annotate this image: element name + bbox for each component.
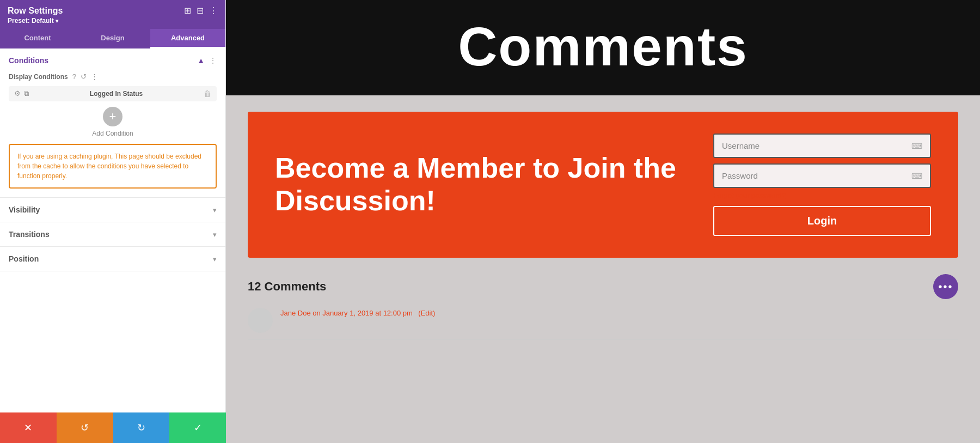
avatar [248, 308, 273, 333]
condition-label: Logged In Status [33, 90, 199, 98]
tab-design[interactable]: Design [75, 29, 150, 48]
transitions-section[interactable]: Transitions ▾ [0, 222, 225, 247]
tab-advanced[interactable]: Advanced [150, 29, 225, 48]
username-field-icon: ⌨ [911, 142, 922, 150]
grid-icon[interactable]: ⊟ [197, 5, 204, 16]
forgot-password-link[interactable]: Forgot your password? [713, 191, 931, 199]
redo-button[interactable]: ↻ [113, 412, 170, 443]
login-button[interactable]: Login [713, 206, 931, 236]
add-condition-button[interactable]: + [103, 107, 122, 126]
redo-icon: ↻ [137, 422, 145, 434]
more-options-icon[interactable]: ⋮ [209, 5, 218, 16]
undo-button[interactable]: ↺ [57, 412, 113, 443]
condition-delete-icon[interactable]: 🗑 [204, 89, 211, 98]
conditions-more-icon[interactable]: ⋮ [209, 56, 217, 65]
tab-content[interactable]: Content [0, 29, 75, 48]
condition-row-icons: ⚙ ⧉ [14, 89, 29, 98]
confirm-button[interactable]: ✓ [169, 412, 226, 443]
expand-icon[interactable]: ⊞ [184, 5, 191, 16]
comment-edit-link[interactable]: (Edit) [418, 309, 435, 317]
member-card-text: Become a Member to Join the Discussion! [275, 152, 686, 217]
condition-settings-icon[interactable]: ⚙ [14, 89, 21, 98]
panel-preset: Preset: Default ▾ [8, 17, 218, 25]
member-form: Username ⌨ Password ⌨ Forgot your passwo… [713, 133, 931, 236]
cancel-button[interactable]: ✕ [0, 412, 57, 443]
left-panel: Row Settings ⊞ ⊟ ⋮ Preset: Default ▾ Con… [0, 0, 226, 443]
panel-header: Row Settings ⊞ ⊟ ⋮ Preset: Default ▾ [0, 0, 225, 29]
conditions-section-icons: ▲ ⋮ [197, 56, 217, 65]
display-conditions-help-icon[interactable]: ? [72, 72, 76, 81]
visibility-label: Visibility [9, 205, 40, 214]
transitions-chevron-icon: ▾ [213, 230, 217, 239]
comments-count-row: 12 Comments ••• [248, 274, 958, 299]
confirm-icon: ✓ [194, 422, 202, 434]
conditions-title: Conditions [9, 56, 48, 65]
panel-tabs: Content Design Advanced [0, 29, 225, 48]
position-chevron-icon: ▾ [213, 255, 217, 263]
comment-row: Jane Doe on January 1, 2019 at 12:00 pm … [248, 308, 958, 340]
condition-row: ⚙ ⧉ Logged In Status 🗑 [9, 86, 217, 101]
transitions-label: Transitions [9, 230, 50, 239]
visibility-section[interactable]: Visibility ▾ [0, 198, 225, 222]
comments-menu-dots-icon: ••• [938, 281, 953, 293]
display-conditions-more-icon[interactable]: ⋮ [91, 72, 98, 81]
panel-header-icons: ⊞ ⊟ ⋮ [184, 5, 218, 16]
password-input-wrap[interactable]: Password ⌨ [713, 163, 931, 188]
undo-icon: ↺ [81, 422, 89, 434]
display-conditions-row: Display Conditions ? ↺ ⋮ [9, 72, 217, 81]
position-label: Position [9, 254, 39, 263]
comments-count-label: 12 Comments [248, 280, 326, 294]
conditions-section-header[interactable]: Conditions ▲ ⋮ [0, 48, 225, 72]
caching-warning-text: If you are using a caching plugin, This … [17, 151, 208, 181]
position-section[interactable]: Position ▾ [0, 247, 225, 271]
comment-meta: Jane Doe on January 1, 2019 at 12:00 pm … [280, 308, 435, 318]
visibility-chevron-icon: ▾ [213, 206, 217, 214]
conditions-section: Conditions ▲ ⋮ Display Conditions ? ↺ ⋮ [0, 48, 225, 198]
conditions-collapse-icon[interactable]: ▲ [197, 56, 205, 65]
comments-header: Comments [226, 0, 980, 95]
comments-menu-button[interactable]: ••• [933, 274, 958, 299]
comments-page-title: Comments [226, 15, 980, 78]
comment-author-date: Jane Doe on January 1, 2019 at 12:00 pm [280, 309, 413, 317]
username-placeholder: Username [722, 141, 911, 150]
display-conditions-reset-icon[interactable]: ↺ [81, 72, 87, 81]
member-card: Become a Member to Join the Discussion! … [248, 112, 958, 258]
content-area: Become a Member to Join the Discussion! … [226, 95, 980, 443]
panel-body: Conditions ▲ ⋮ Display Conditions ? ↺ ⋮ [0, 48, 225, 443]
condition-copy-icon[interactable]: ⧉ [24, 89, 29, 98]
display-conditions-label: Display Conditions [9, 73, 68, 81]
conditions-content: Display Conditions ? ↺ ⋮ ⚙ ⧉ Logged In S… [0, 72, 225, 197]
add-condition-label: Add Condition [92, 130, 133, 137]
caching-warning-box: If you are using a caching plugin, This … [9, 144, 217, 189]
panel-title: Row Settings [8, 6, 63, 16]
username-input-wrap[interactable]: Username ⌨ [713, 133, 931, 158]
password-field-icon: ⌨ [911, 172, 922, 180]
panel-bottom-bar: ✕ ↺ ↻ ✓ [0, 412, 226, 443]
password-placeholder: Password [722, 171, 911, 180]
right-preview-panel: Comments Become a Member to Join the Dis… [226, 0, 980, 443]
cancel-icon: ✕ [24, 422, 32, 434]
add-condition-wrap: + Add Condition [9, 107, 217, 137]
